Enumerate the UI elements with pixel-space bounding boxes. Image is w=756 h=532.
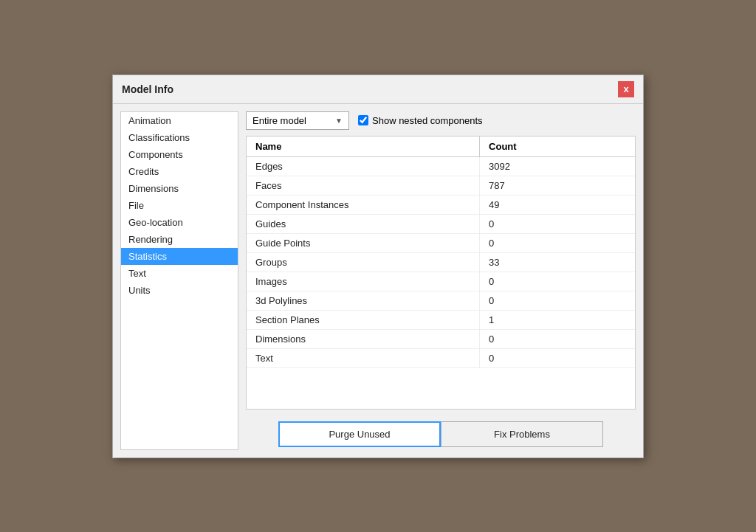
nested-components-label[interactable]: Show nested components bbox=[372, 115, 483, 126]
close-button[interactable]: x bbox=[618, 81, 634, 97]
row-count: 0 bbox=[480, 272, 635, 291]
fix-problems-button[interactable]: Fix Problems bbox=[441, 421, 603, 447]
row-name: 3d Polylines bbox=[247, 291, 480, 310]
table-row: Guides0 bbox=[247, 214, 635, 233]
row-count: 787 bbox=[480, 176, 635, 195]
row-count: 0 bbox=[480, 214, 635, 233]
row-name: Guides bbox=[247, 214, 480, 233]
sidebar-item-statistics[interactable]: Statistics bbox=[121, 248, 238, 265]
dropdown-arrow-icon: ▼ bbox=[335, 117, 343, 125]
table-row: Faces787 bbox=[247, 176, 635, 195]
row-name: Text bbox=[247, 348, 480, 367]
table-row: 3d Polylines0 bbox=[247, 291, 635, 310]
sidebar-item-units[interactable]: Units bbox=[121, 282, 238, 299]
statistics-table: Name Count Edges3092Faces787Component In… bbox=[247, 137, 635, 368]
content-area: AnimationClassificationsComponentsCredit… bbox=[113, 104, 643, 457]
toolbar: Entire model ▼ Show nested components bbox=[246, 111, 636, 130]
row-count: 0 bbox=[480, 348, 635, 367]
button-row: Purge Unused Fix Problems bbox=[246, 415, 636, 450]
row-name: Images bbox=[247, 272, 480, 291]
sidebar-item-text[interactable]: Text bbox=[121, 265, 238, 282]
dropdown-label: Entire model bbox=[252, 115, 306, 126]
row-name: Guide Points bbox=[247, 233, 480, 252]
table-row: Images0 bbox=[247, 272, 635, 291]
table-row: Text0 bbox=[247, 348, 635, 367]
row-count: 0 bbox=[480, 329, 635, 348]
sidebar-item-rendering[interactable]: Rendering bbox=[121, 231, 238, 248]
row-count: 0 bbox=[480, 291, 635, 310]
sidebar-item-credits[interactable]: Credits bbox=[121, 163, 238, 180]
nested-components-checkbox[interactable] bbox=[358, 115, 368, 125]
row-count: 3092 bbox=[480, 156, 635, 176]
sidebar-item-dimensions[interactable]: Dimensions bbox=[121, 180, 238, 197]
table-row: Dimensions0 bbox=[247, 329, 635, 348]
row-count: 1 bbox=[480, 310, 635, 329]
sidebar: AnimationClassificationsComponentsCredit… bbox=[120, 111, 238, 450]
dialog-title: Model Info bbox=[122, 83, 173, 95]
table-row: Section Planes1 bbox=[247, 310, 635, 329]
main-panel: Entire model ▼ Show nested components Na… bbox=[246, 111, 636, 450]
sidebar-item-file[interactable]: File bbox=[121, 197, 238, 214]
title-bar: Model Info x bbox=[113, 75, 643, 104]
row-name: Groups bbox=[247, 252, 480, 272]
row-name: Section Planes bbox=[247, 310, 480, 329]
model-dropdown[interactable]: Entire model ▼ bbox=[246, 111, 349, 130]
table-row: Guide Points0 bbox=[247, 233, 635, 252]
row-count: 0 bbox=[480, 233, 635, 252]
model-info-dialog: Model Info x AnimationClassificationsCom… bbox=[112, 75, 644, 458]
sidebar-item-geo-location[interactable]: Geo-location bbox=[121, 214, 238, 231]
row-count: 49 bbox=[480, 195, 635, 214]
col-name-header: Name bbox=[247, 137, 480, 157]
table-row: Groups33 bbox=[247, 252, 635, 272]
table-row: Component Instances49 bbox=[247, 195, 635, 214]
nested-components-group: Show nested components bbox=[358, 115, 483, 126]
sidebar-item-components[interactable]: Components bbox=[121, 146, 238, 163]
row-name: Dimensions bbox=[247, 329, 480, 348]
table-row: Edges3092 bbox=[247, 156, 635, 176]
row-name: Faces bbox=[247, 176, 480, 195]
purge-unused-button[interactable]: Purge Unused bbox=[278, 421, 441, 447]
table-scroll[interactable]: Name Count Edges3092Faces787Component In… bbox=[247, 137, 635, 409]
sidebar-item-animation[interactable]: Animation bbox=[121, 112, 238, 129]
col-count-header: Count bbox=[480, 137, 635, 157]
row-name: Component Instances bbox=[247, 195, 480, 214]
sidebar-item-classifications[interactable]: Classifications bbox=[121, 129, 238, 146]
row-count: 33 bbox=[480, 252, 635, 272]
row-name: Edges bbox=[247, 156, 480, 176]
statistics-table-container: Name Count Edges3092Faces787Component In… bbox=[246, 136, 636, 410]
